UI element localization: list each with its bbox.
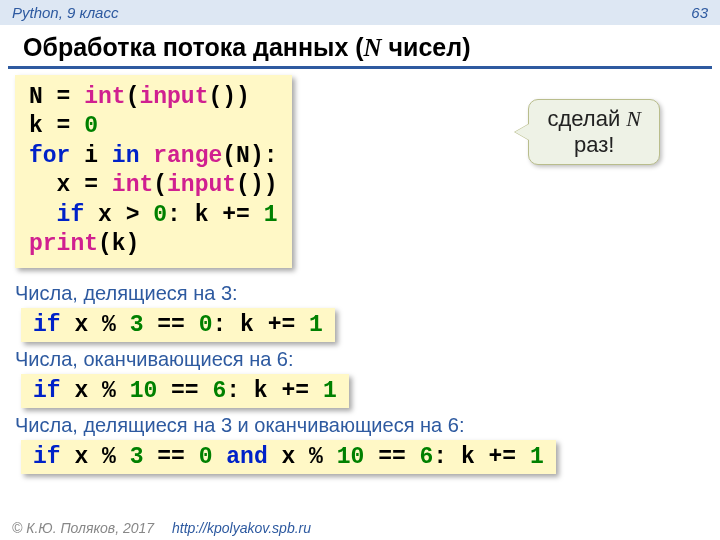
slide-header: Python, 9 класс 63 [0, 0, 720, 25]
page-number: 63 [691, 4, 708, 21]
page-title: Обработка потока данных (N чисел) [23, 33, 697, 62]
copyright: © К.Ю. Поляков, 2017 [12, 520, 154, 536]
caption-div3end6: Числа, делящиеся на 3 и оканчивающиеся н… [15, 414, 705, 437]
slide-footer: © К.Ю. Поляков, 2017 http://kpolyakov.sp… [0, 516, 720, 540]
code-main: N = int(input()) k = 0 for i in range(N)… [15, 75, 292, 268]
caption-end6: Числа, оканчивающиеся на 6: [15, 348, 705, 371]
code-div3end6: if x % 3 == 0 and x % 10 == 6: k += 1 [21, 440, 556, 474]
callout-n-times: сделай N раз! [528, 99, 660, 165]
code-div3: if x % 3 == 0: k += 1 [21, 308, 335, 342]
footer-url: http://kpolyakov.spb.ru [172, 520, 311, 536]
content-area: сделай N раз! N = int(input()) k = 0 for… [0, 69, 720, 474]
caption-div3: Числа, делящиеся на 3: [15, 282, 705, 305]
title-area: Обработка потока данных (N чисел) [8, 25, 712, 69]
code-end6: if x % 10 == 6: k += 1 [21, 374, 349, 408]
course-label: Python, 9 класс [12, 4, 118, 21]
